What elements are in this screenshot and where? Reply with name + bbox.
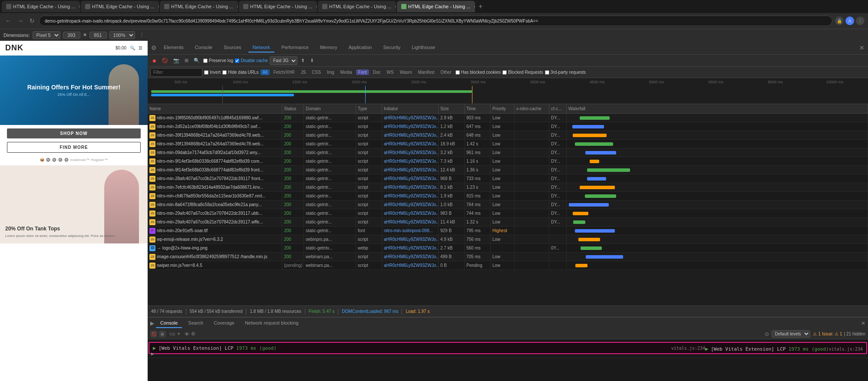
table-row[interactable]: JS nitro-min-cfd679a850br556da2e115ear1b… bbox=[148, 192, 868, 200]
table-row[interactable]: JS nitro-min-19f85060d90bf905497c1df845d… bbox=[148, 114, 868, 122]
table-row[interactable]: JS nitro-min-8a6471f88ca8c58a1fcea05ebc9… bbox=[148, 200, 868, 209]
console-expand-icon[interactable]: ▶ bbox=[150, 320, 154, 326]
col-priority[interactable]: Priority bbox=[491, 104, 515, 113]
filter-img[interactable]: Img bbox=[325, 69, 337, 75]
table-row[interactable]: JS nitro-min-39f1394868b421a7a264a07369e… bbox=[148, 131, 868, 140]
tab-1[interactable]: HTML Edge Cache - Using ... × bbox=[2, 1, 80, 12]
col-type[interactable]: Type bbox=[356, 104, 382, 113]
disable-cache-checkbox[interactable] bbox=[235, 59, 239, 63]
col-name[interactable]: Name bbox=[148, 104, 282, 113]
console-gear-icon[interactable]: ⚙ bbox=[191, 331, 195, 337]
search-icon[interactable]: 🔍 bbox=[192, 57, 201, 64]
filter-css[interactable]: CSS bbox=[310, 69, 323, 75]
col-xcache[interactable]: x-nitro-cache bbox=[515, 104, 549, 113]
menu-icon[interactable]: ☰ bbox=[139, 46, 142, 50]
col-cfc[interactable]: cf-c... bbox=[549, 104, 567, 113]
console-eye-icon[interactable]: 👁 bbox=[185, 332, 189, 337]
throttle-select[interactable]: Fast 3G bbox=[270, 56, 297, 65]
height-input[interactable] bbox=[89, 32, 107, 39]
blocked-requests-label[interactable]: Blocked Requests bbox=[502, 70, 543, 75]
tab-3[interactable]: HTML Edge Cache - Using ... × bbox=[160, 1, 238, 12]
console-level-select[interactable]: Default levels bbox=[772, 330, 810, 338]
filter-input[interactable] bbox=[150, 68, 202, 77]
col-status[interactable]: Status bbox=[282, 104, 304, 113]
url-input[interactable]: demo-getnitropack-main-ivailo.nitropack.… bbox=[39, 16, 832, 26]
disable-cache-label[interactable]: Disable cache bbox=[235, 58, 268, 63]
console-link-1[interactable]: vitals.js:234 bbox=[671, 346, 705, 351]
table-row[interactable]: JS nitro-min-09dab1e7174af3cb7d0f2a1af10… bbox=[148, 148, 868, 157]
clear-button[interactable]: 🚫 bbox=[160, 57, 170, 64]
capture-screenshot-icon[interactable]: 📷 bbox=[172, 57, 181, 64]
col-size[interactable]: Size bbox=[439, 104, 465, 113]
col-initiator[interactable]: Initiator bbox=[382, 104, 439, 113]
tab-2[interactable]: HTML Edge Cache - Using ... × bbox=[81, 1, 159, 12]
table-row[interactable]: JS nitro-min-9f14ef3e68b0338c668774abf82… bbox=[148, 166, 868, 174]
find-more-button[interactable]: FIND MORE bbox=[7, 142, 141, 153]
filter-icon[interactable]: ⊞ bbox=[183, 57, 190, 64]
hide-data-urls-label[interactable]: Hide data URLs bbox=[222, 70, 259, 75]
filter-js[interactable]: JS bbox=[299, 69, 308, 75]
tab-elements[interactable]: Elements bbox=[159, 43, 188, 53]
more-options-icon[interactable]: ⋮ bbox=[139, 32, 144, 38]
filter-media[interactable]: Media bbox=[338, 69, 354, 75]
tab-close-1[interactable]: × bbox=[79, 4, 80, 9]
tab-close-2[interactable]: × bbox=[158, 4, 159, 9]
reload-button[interactable]: ↻ bbox=[28, 16, 36, 25]
back-button[interactable]: ← bbox=[3, 16, 13, 25]
console-filter-icon[interactable]: ⊞ bbox=[159, 331, 166, 338]
tab-lighthouse[interactable]: Lighthouse bbox=[407, 43, 439, 53]
console-tab-console[interactable]: Console bbox=[156, 319, 182, 328]
width-input[interactable] bbox=[63, 32, 80, 39]
preserve-log-label[interactable]: Preserve log bbox=[203, 58, 233, 63]
hide-data-urls-checkbox[interactable] bbox=[222, 70, 227, 75]
tab-sources[interactable]: Sources bbox=[219, 43, 245, 53]
table-row[interactable]: JS nitro-min-29afc407a67cc0b21e7078422dc… bbox=[148, 218, 868, 227]
console-tab-coverage[interactable]: Coverage bbox=[209, 319, 239, 328]
extensions-button[interactable]: 🔒 bbox=[835, 16, 844, 25]
tab-performance[interactable]: Performance bbox=[277, 43, 313, 53]
search-icon[interactable]: 🔍 bbox=[130, 46, 135, 50]
tab-application[interactable]: Application bbox=[344, 43, 376, 53]
tab-network[interactable]: Network bbox=[248, 43, 274, 53]
console-link-2[interactable]: vitals.js:234 bbox=[829, 347, 863, 351]
forward-button[interactable]: → bbox=[16, 16, 25, 25]
filter-all[interactable]: All bbox=[261, 69, 270, 75]
filter-manifest[interactable]: Manifest bbox=[416, 69, 437, 75]
tab-5[interactable]: HTML Edge Cache - Using ... × bbox=[318, 1, 396, 12]
tab-memory[interactable]: Memory bbox=[316, 43, 342, 53]
table-row[interactable]: JS wp-emoji-release.min.js?ver=6.3.2 200… bbox=[148, 235, 868, 244]
record-button[interactable]: ⏺ bbox=[150, 57, 158, 64]
table-row[interactable]: JS nitro-min-28afc407a67cc0b21e7078422dc… bbox=[148, 174, 868, 183]
tab-close-6[interactable]: × bbox=[474, 4, 475, 9]
zoom-select[interactable]: 100% bbox=[109, 31, 135, 39]
tab-close-3[interactable]: × bbox=[237, 4, 238, 9]
filter-fetch-xhr[interactable]: Fetch/XHR bbox=[271, 69, 297, 75]
profile-button[interactable]: A bbox=[845, 16, 854, 25]
invert-label[interactable]: Invert bbox=[204, 70, 221, 75]
has-blocked-cookies-checkbox[interactable] bbox=[455, 70, 460, 75]
console-tab-search[interactable]: Search bbox=[184, 319, 208, 328]
filter-doc[interactable]: Doc bbox=[371, 69, 383, 75]
third-party-checkbox[interactable] bbox=[545, 70, 549, 75]
new-tab-button[interactable]: + bbox=[476, 3, 485, 10]
table-row[interactable]: JS nitro-min-2d52a1ce09bf08bf04b1d30fb9f… bbox=[148, 122, 868, 131]
invert-checkbox[interactable] bbox=[204, 70, 208, 75]
table-row[interactable]: JS nitro-min-39f1394868b421a7a264a07369e… bbox=[148, 140, 868, 148]
third-party-label[interactable]: 3rd-party requests bbox=[545, 70, 586, 75]
menu-button[interactable]: ⋮ bbox=[856, 16, 865, 25]
table-row[interactable]: JS nitro-min-9f14ef3e68b0338c668774abf82… bbox=[148, 157, 868, 166]
filter-other[interactable]: Other bbox=[438, 69, 453, 75]
table-row[interactable]: JS image-carousel445c0f386249259f8977512… bbox=[148, 253, 868, 261]
filter-font[interactable]: Font bbox=[356, 69, 369, 75]
filter-wasm[interactable]: Wasm bbox=[398, 69, 414, 75]
import-icon[interactable]: ⬆ bbox=[299, 57, 307, 64]
device-select[interactable]: Pixel 5 bbox=[33, 31, 60, 39]
table-row[interactable]: JS nitro-min-7efcfc463b823d14a48932ae7da… bbox=[148, 183, 868, 192]
tab-console[interactable]: Console bbox=[191, 43, 217, 53]
export-icon[interactable]: ⬇ bbox=[308, 57, 316, 64]
console-clear-button[interactable]: 🚫 bbox=[150, 331, 157, 338]
tab-4[interactable]: HTML Edge Cache - Using ... × bbox=[239, 1, 317, 12]
tab-security[interactable]: Security bbox=[379, 43, 405, 53]
col-domain[interactable]: Domain bbox=[304, 104, 356, 113]
preserve-log-checkbox[interactable] bbox=[203, 59, 208, 63]
